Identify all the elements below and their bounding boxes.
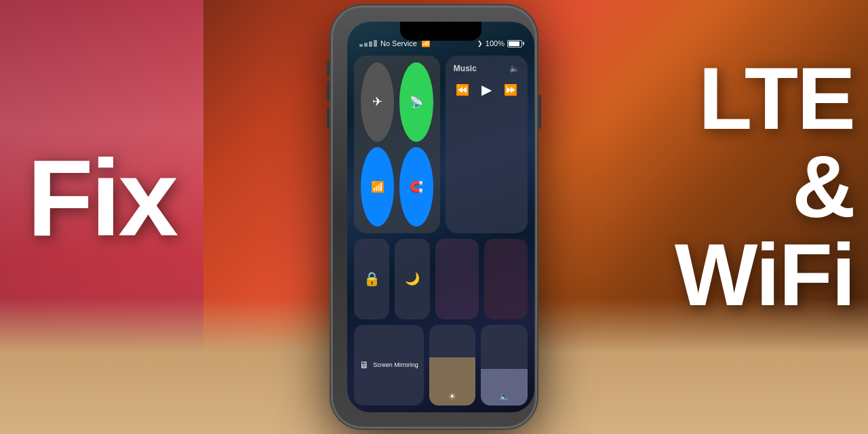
wifi-label: WiFi	[675, 231, 854, 319]
control-center: ✈ 📡 📶 🧲	[354, 56, 528, 406]
bluetooth-button[interactable]: 🧲	[399, 147, 433, 226]
lte-wifi-text: LTE & WiFi	[675, 54, 854, 319]
fast-forward-button[interactable]: ⏩	[504, 83, 517, 96]
screen-mirroring-button[interactable]: 🖥 Screen Mirroring	[354, 325, 424, 406]
music-title-label: Music	[454, 64, 477, 73]
cc-spacer-2	[484, 239, 528, 319]
volume-up-button[interactable]	[327, 81, 330, 102]
lte-label: LTE	[675, 54, 854, 142]
location-icon: ❯	[477, 40, 483, 47]
cc-spacer-1	[435, 239, 479, 319]
play-button[interactable]: ▶	[481, 81, 492, 98]
silent-switch[interactable]	[327, 61, 330, 76]
fix-text: Fix	[27, 136, 176, 260]
music-controls: ⏪ ▶ ⏩	[454, 81, 519, 98]
do-not-disturb-button[interactable]: 🌙	[395, 239, 430, 319]
brightness-icon: ☀	[448, 391, 456, 401]
airplane-mode-button[interactable]: ✈	[361, 62, 394, 142]
phone-body: No Service 📶 ❯ 100%	[332, 7, 536, 427]
power-button[interactable]	[538, 95, 541, 129]
cc-top-row: ✈ 📡 📶 🧲	[354, 56, 528, 233]
volume-icon: 🔈	[499, 391, 510, 401]
signal-dots	[359, 40, 377, 47]
signal-dot-1	[359, 44, 363, 47]
rotation-lock-button[interactable]: 🔒	[354, 239, 389, 319]
battery-fill	[509, 41, 519, 46]
cellular-button[interactable]: 📡	[399, 62, 433, 142]
phone-container: No Service 📶 ❯ 100%	[326, 0, 542, 434]
battery-percent: 100%	[486, 39, 505, 47]
phone-screen: No Service 📶 ❯ 100%	[347, 22, 534, 412]
battery-icon	[507, 40, 522, 47]
signal-dot-4	[374, 40, 377, 47]
music-panel: Music 🔈 ⏪ ▶ ⏩	[446, 56, 528, 233]
cc-bottom-row: 🖥 Screen Mirroring ☀ 🔈	[354, 325, 528, 406]
brightness-slider[interactable]: ☀	[429, 325, 476, 406]
screen-mirroring-icon: 🖥	[359, 359, 369, 370]
screen-mirroring-label: Screen Mirroring	[373, 361, 418, 369]
cc-mid-row: 🔒 🌙	[354, 239, 528, 319]
airplay-icon[interactable]: 🔈	[509, 64, 519, 73]
signal-dot-2	[364, 43, 368, 47]
cc-controls-quad: ✈ 📡 📶 🧲	[354, 56, 440, 233]
wifi-button[interactable]: 📶	[361, 147, 394, 226]
status-right: ❯ 100%	[477, 39, 522, 47]
battery-container	[507, 40, 522, 47]
notch	[400, 22, 481, 41]
music-header: Music 🔈	[454, 64, 519, 73]
volume-down-button[interactable]	[327, 108, 330, 129]
rewind-button[interactable]: ⏪	[456, 83, 469, 96]
amp-label: &	[675, 142, 854, 231]
signal-dot-3	[369, 41, 372, 47]
volume-slider[interactable]: 🔈	[481, 325, 528, 406]
